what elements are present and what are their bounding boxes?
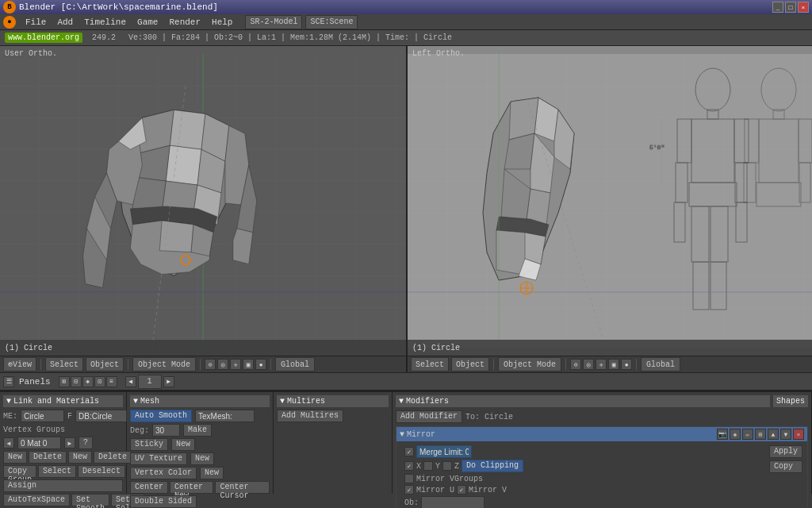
merge-limit-checkbox[interactable] bbox=[404, 447, 414, 456]
mat-value[interactable] bbox=[17, 437, 61, 449]
mirror-collapse-icon[interactable]: ▼ bbox=[400, 430, 404, 439]
me-value[interactable] bbox=[21, 410, 64, 422]
sticky-btn[interactable]: Sticky bbox=[130, 438, 168, 451]
panel-multires-collapse[interactable]: ▼ bbox=[280, 397, 285, 406]
object-btn-left[interactable]: Object bbox=[86, 357, 124, 371]
mirror-vgroups-checkbox[interactable] bbox=[404, 474, 414, 483]
panel-icon-2[interactable]: ⊟ bbox=[71, 376, 82, 387]
mirror-camera-icon[interactable]: 📷 bbox=[717, 429, 728, 440]
ob-label: Ob: bbox=[404, 498, 419, 507]
minimize-button[interactable]: _ bbox=[772, 2, 783, 13]
mat-next[interactable]: ▶ bbox=[64, 437, 75, 448]
mat-help[interactable]: ? bbox=[79, 437, 93, 449]
maximize-button[interactable]: □ bbox=[785, 2, 796, 13]
autotexspace-btn[interactable]: AutoTexSpace bbox=[3, 494, 70, 506]
panel-mesh-collapse[interactable]: ▼ bbox=[133, 397, 138, 406]
snap-icon-r[interactable]: ⊙ bbox=[570, 359, 581, 370]
panel-icon-1[interactable]: ⊞ bbox=[59, 376, 70, 387]
mirror-cage-icon[interactable]: ⊞ bbox=[755, 429, 766, 440]
delete-btn-1[interactable]: Delete bbox=[29, 451, 67, 464]
counter-prev[interactable]: ◀ bbox=[125, 376, 136, 387]
deselect-btn[interactable]: Deselect bbox=[78, 465, 125, 478]
menu-file[interactable]: File bbox=[21, 16, 51, 29]
object-mode-right[interactable]: Object Mode bbox=[498, 357, 561, 371]
svg-text:5'0": 5'0" bbox=[649, 144, 665, 151]
double-sided-btn[interactable]: Double Sided bbox=[130, 495, 197, 508]
render-icon-r[interactable]: ▣ bbox=[608, 359, 619, 370]
shading-icon[interactable]: ● bbox=[255, 359, 266, 370]
center-btn[interactable]: Center bbox=[130, 481, 168, 494]
set-smooth-btn[interactable]: Set Smooth bbox=[71, 494, 109, 506]
menu-help[interactable]: Help bbox=[207, 16, 237, 29]
new-sticky-btn[interactable]: New bbox=[171, 438, 195, 451]
cursor-icon[interactable]: ✛ bbox=[230, 359, 241, 370]
db-value[interactable] bbox=[75, 410, 127, 422]
apply-btn[interactable]: Apply bbox=[769, 445, 802, 458]
mirror-render-icon[interactable]: ◈ bbox=[730, 429, 741, 440]
mirror-up-icon[interactable]: ▲ bbox=[768, 429, 779, 440]
mirror-delete-icon[interactable]: × bbox=[793, 429, 804, 440]
x-axis-checkbox[interactable] bbox=[404, 461, 414, 471]
scene-selector[interactable]: SR-2-Model bbox=[245, 15, 302, 29]
add-modifier-btn[interactable]: Add Modifier bbox=[396, 410, 462, 423]
mirror-u-checkbox[interactable] bbox=[404, 485, 414, 495]
cursor-icon-r[interactable]: ✛ bbox=[596, 359, 607, 370]
panel-icon-5[interactable]: ≡ bbox=[106, 376, 117, 387]
texmesh-value[interactable] bbox=[195, 410, 255, 422]
uv-texture-btn[interactable]: UV Texture bbox=[130, 452, 187, 465]
blender-url[interactable]: www.blender.org bbox=[5, 33, 82, 43]
panel-icon-4[interactable]: ⊡ bbox=[94, 376, 105, 387]
new-btn-1[interactable]: New bbox=[3, 451, 27, 464]
new-uv-btn[interactable]: New bbox=[190, 452, 214, 465]
shading-icon-r[interactable]: ● bbox=[621, 359, 632, 370]
menu-timeline[interactable]: Timeline bbox=[79, 16, 131, 29]
menu-render[interactable]: Render bbox=[164, 16, 205, 29]
delete-btn-2[interactable]: Delete bbox=[94, 451, 132, 464]
global-btn-left[interactable]: Global bbox=[275, 357, 315, 371]
menu-add[interactable]: Add bbox=[52, 16, 78, 29]
panels-icon[interactable]: ☰ bbox=[3, 376, 14, 387]
add-multires-btn[interactable]: Add Multires bbox=[277, 410, 343, 422]
close-button[interactable]: × bbox=[798, 2, 809, 13]
select-btn[interactable]: Select bbox=[38, 465, 76, 478]
mat-prev[interactable]: ◀ bbox=[3, 437, 14, 448]
ob-input[interactable] bbox=[421, 496, 485, 508]
merge-limit-input[interactable] bbox=[416, 445, 472, 458]
viewport-left[interactable]: User Ortho. bbox=[0, 46, 408, 356]
counter-next[interactable]: ▶ bbox=[163, 376, 174, 387]
mirror-edit-icon[interactable]: ✏ bbox=[742, 429, 753, 440]
menu-game[interactable]: Game bbox=[132, 16, 163, 29]
deg-value[interactable] bbox=[152, 424, 180, 437]
autosmooth-btn[interactable]: Auto Smooth bbox=[130, 410, 192, 422]
select-btn-right[interactable]: Select bbox=[411, 357, 449, 371]
window-title: Blender [C:\ArtWork\spacemarine.blend] bbox=[19, 2, 218, 12]
new-vcol-btn[interactable]: New bbox=[200, 467, 224, 479]
center-new-btn[interactable]: Center New bbox=[170, 481, 213, 494]
scene-name[interactable]: SCE:Scene bbox=[305, 15, 358, 29]
object-mode-left[interactable]: Object Mode bbox=[132, 357, 196, 371]
y-axis-checkbox[interactable] bbox=[423, 461, 433, 471]
view-btn-left[interactable]: ⊕ View bbox=[3, 357, 36, 371]
vertex-color-btn[interactable]: Vertex Color bbox=[130, 467, 197, 479]
render-icon[interactable]: ▣ bbox=[243, 359, 254, 370]
center-cursor-btn[interactable]: Center Cursor bbox=[215, 481, 270, 494]
global-btn-right[interactable]: Global bbox=[641, 357, 680, 371]
modifiers-collapse[interactable]: ▼ bbox=[399, 397, 404, 406]
make-btn[interactable]: Make bbox=[183, 424, 212, 437]
viewport-right[interactable]: Left Ortho. bbox=[408, 46, 812, 356]
assign-btn[interactable]: Assign bbox=[3, 479, 123, 492]
proportional-icon-r[interactable]: ◎ bbox=[583, 359, 594, 370]
do-clipping-btn[interactable]: Do Clipping bbox=[462, 460, 523, 472]
copy-group-btn[interactable]: Copy Group bbox=[3, 465, 36, 478]
z-axis-checkbox[interactable] bbox=[442, 461, 452, 471]
panel-icon-3[interactable]: ◈ bbox=[82, 376, 94, 387]
object-btn-right[interactable]: Object bbox=[451, 357, 489, 371]
select-btn-left[interactable]: Select bbox=[45, 357, 83, 371]
mirror-v-checkbox[interactable] bbox=[457, 485, 466, 495]
snap-icon[interactable]: ⊙ bbox=[205, 359, 216, 370]
panel-link-collapse[interactable]: ▼ bbox=[6, 397, 11, 406]
new-btn-2[interactable]: New bbox=[68, 451, 92, 464]
copy-btn[interactable]: Copy bbox=[769, 460, 802, 473]
proportional-icon[interactable]: ◎ bbox=[217, 359, 228, 370]
mirror-down-icon[interactable]: ▼ bbox=[780, 429, 791, 440]
